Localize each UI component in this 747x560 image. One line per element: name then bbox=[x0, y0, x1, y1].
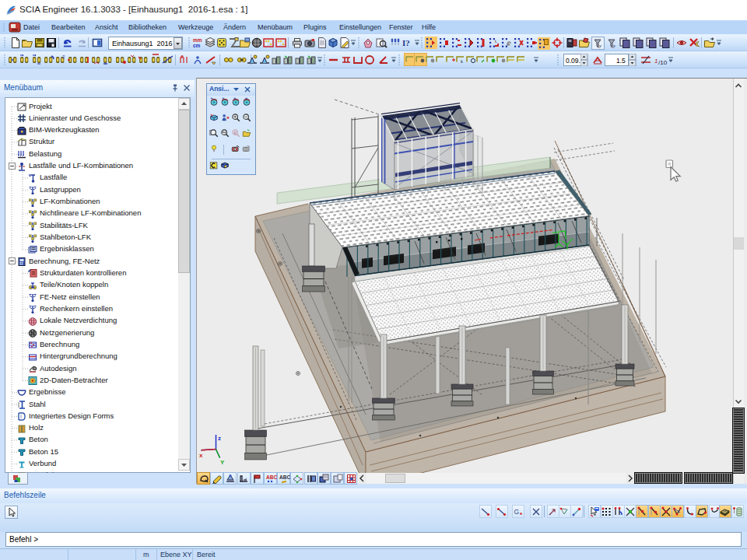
svg-text:2: 2 bbox=[62, 54, 65, 59]
svg-text:/10: /10 bbox=[658, 59, 668, 66]
svg-text:ABC: ABC bbox=[266, 474, 277, 480]
svg-text:z: z bbox=[218, 435, 221, 442]
svg-text:G: G bbox=[514, 508, 520, 516]
svg-text:R: R bbox=[233, 131, 237, 135]
svg-text:cm: cm bbox=[193, 43, 201, 48]
svg-text:Y: Y bbox=[220, 459, 225, 466]
svg-text:1: 1 bbox=[654, 58, 658, 65]
svg-text:t.: t. bbox=[495, 39, 498, 44]
svg-text:x: x bbox=[199, 452, 203, 459]
svg-text:k: k bbox=[461, 59, 464, 64]
svg-text:y: y bbox=[612, 43, 616, 49]
svg-text:ABC: ABC bbox=[279, 474, 290, 480]
svg-text:I?: I? bbox=[402, 38, 410, 47]
svg-text:y: y bbox=[598, 43, 602, 49]
svg-text:mm: mm bbox=[193, 37, 202, 43]
